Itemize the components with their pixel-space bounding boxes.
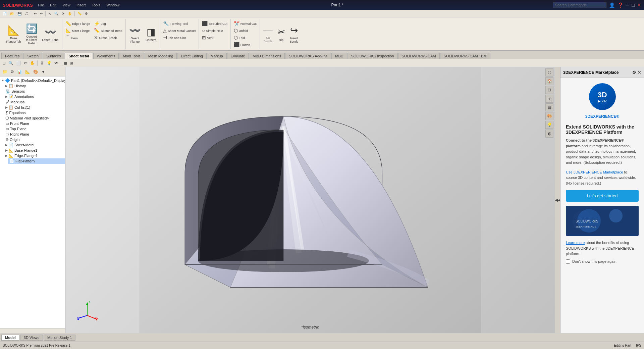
tree-item-annotations[interactable]: ▶ 📝 Annotations (4, 94, 65, 99)
prev-view-btn[interactable]: ◁ (545, 95, 553, 103)
bottom-tab-motion-study[interactable]: Motion Study 1 (44, 335, 75, 341)
realview-btn[interactable]: 💡 (545, 121, 553, 129)
marketplace-link[interactable]: Use 3DEXPERIENCE Marketplace (566, 170, 623, 174)
sketched-bend-button[interactable]: ✏️ Sketched Bend (92, 27, 124, 34)
redo-btn[interactable]: ↪ (39, 11, 44, 16)
section-view-btn[interactable]: ▦ (545, 103, 553, 111)
tree-item-sensors[interactable]: 📡 Sensors (4, 89, 65, 94)
tab-sketch[interactable]: Sketch (23, 53, 42, 59)
appearance-btn[interactable]: 🎨 (545, 112, 553, 120)
tab-inspection[interactable]: SOLIDWORKS Inspection (347, 53, 398, 59)
tab-add-ins[interactable]: SOLIDWORKS Add-Ins (285, 53, 331, 59)
learn-more-link[interactable]: Learn more (566, 241, 585, 245)
edge-flange-button[interactable]: 📏 Edge Flange (64, 20, 92, 27)
tree-item-cut-list[interactable]: ▶ 📋 Cut list(1) (4, 105, 65, 110)
insert-bends-button[interactable]: ↪ InsertBends (288, 19, 301, 48)
panel-resize-handle[interactable] (0, 328, 65, 333)
tree-item-sheet-metal[interactable]: ▶ 📄 Sheet-Metal (4, 142, 65, 148)
feature-manager-icon[interactable]: 📁 (1, 69, 8, 75)
rotate-btn[interactable]: ⟳ (60, 11, 66, 16)
tab-sheet-metal[interactable]: Sheet Metal (65, 53, 93, 59)
dim-expert-icon[interactable]: 📐 (24, 69, 31, 75)
tab-mbd-dimensions[interactable]: MBD Dimensions (249, 53, 285, 59)
pan-view-btn[interactable]: ✋ (29, 60, 36, 66)
shadows-btn[interactable]: ◐ (545, 130, 553, 138)
jog-button[interactable]: ⚡ Jog (92, 20, 124, 27)
flatten-button[interactable]: ⬛ Flatten (232, 41, 258, 48)
display-style-btn[interactable]: 💡 (46, 60, 53, 66)
bottom-tab-3d-views[interactable]: 3D Views (20, 335, 43, 341)
tab-and-slot-button[interactable]: ⊣ Tab and Slot (161, 34, 197, 41)
lofted-bend-button[interactable]: 〰️ Lofted-Bend (40, 19, 61, 48)
tab-mold-tools[interactable]: Mold Tools (119, 53, 144, 59)
zoom-btn[interactable]: 🔍 (53, 11, 60, 16)
no-bends-button[interactable]: — NoBends (261, 19, 275, 48)
3d-viewport[interactable]: Y X Z *Isometric ⬡ 🏠 ⊡ ◁ ▦ 🎨 💡 ◐ (65, 67, 555, 333)
tree-item-origin[interactable]: ⊕ Origin (4, 137, 65, 142)
tree-item-top-plane[interactable]: ▭ Top Plane (4, 126, 65, 132)
zoom-area-btn[interactable]: ⬜ (15, 60, 22, 66)
user-icon[interactable]: 👤 (609, 2, 615, 8)
measure-btn[interactable]: 📏 (76, 11, 83, 16)
miter-flange-button[interactable]: 📐 Miter Flange (64, 27, 92, 34)
tree-item-front-plane[interactable]: ▭ Front Plane (4, 121, 65, 126)
tree-item-edge-flange1[interactable]: ▶ 📐 Edge-Flange1 (4, 153, 65, 158)
menu-view[interactable]: View (60, 2, 73, 8)
extruded-cut-button[interactable]: ⬛ Extruded Cut (200, 20, 229, 27)
hem-button[interactable]: ⌒ Hem (64, 34, 92, 42)
get-started-button[interactable]: Let's get started (566, 190, 639, 202)
tab-surfaces[interactable]: Surfaces (43, 53, 64, 59)
part-root-item[interactable]: ▼ 🔷 Part1 (Default<<Default>_Display Sta… (0, 78, 65, 83)
open-btn[interactable]: 📂 (9, 11, 15, 16)
tree-item-flat-pattern[interactable]: 📄 Flat-Pattern (8, 158, 65, 164)
maximize-button[interactable]: □ (632, 2, 635, 8)
base-flange-tab-button[interactable]: 📐 BaseFlange/Tab (4, 19, 23, 48)
undo-btn[interactable]: ↩ (33, 11, 38, 16)
zoom-in-btn[interactable]: 🔍 (7, 60, 14, 66)
tree-item-markups[interactable]: 🖊 Markups (4, 99, 65, 105)
tree-item-right-plane[interactable]: ▭ Right Plane (4, 132, 65, 137)
tab-markup[interactable]: Markup (207, 53, 227, 59)
select-btn[interactable]: ↖ (47, 11, 52, 16)
menu-insert[interactable]: Insert (74, 2, 89, 8)
simple-hole-button[interactable]: ○ Simple Hole (200, 27, 229, 34)
tab-direct-editing[interactable]: Direct Editing (177, 53, 206, 59)
view-palette-btn[interactable]: ⊞ (69, 60, 74, 66)
cross-break-button[interactable]: ✕ Cross-Break (92, 34, 124, 41)
tab-cam[interactable]: SOLIDWORKS CAM (398, 53, 440, 59)
normal-cut-button[interactable]: ✂️ Normal Cut (232, 20, 258, 27)
close-button[interactable]: ✕ (637, 2, 641, 8)
convert-sheet-metal-button[interactable]: 🔄 Convertto SheetMetal (24, 19, 40, 48)
zoom-to-fit-btn[interactable]: ⊡ (1, 60, 7, 66)
bottom-tab-model[interactable]: Model (1, 335, 19, 341)
tree-item-equations[interactable]: ∑ Equations (4, 110, 65, 115)
hide-show-btn[interactable]: 👁 (53, 60, 59, 66)
print-btn[interactable]: 🖨 (23, 11, 30, 16)
rotate-view-btn[interactable]: ⟳ (23, 60, 28, 66)
tab-features[interactable]: Features (1, 53, 23, 59)
view-selector-btn[interactable]: ⬡ (545, 68, 553, 77)
zoom-fit-btn[interactable]: ⊡ (545, 86, 553, 94)
panel-collapse-button[interactable]: ◀◀ (555, 67, 560, 333)
rip-button[interactable]: ✂ Rip (275, 19, 287, 48)
pan-btn[interactable]: ✋ (66, 11, 73, 16)
options-btn[interactable]: ⚙ (84, 11, 89, 16)
tree-item-base-flange1[interactable]: ▶ 📐 Base-Flange1 (4, 148, 65, 153)
menu-file[interactable]: File (36, 2, 47, 8)
swept-flange-button[interactable]: 〰️ SweptFlange (127, 19, 143, 48)
unfold-button[interactable]: ⬡ Unfold (232, 27, 258, 34)
sheet-metal-gusset-button[interactable]: △ Sheet Metal Gusset (161, 27, 197, 34)
tab-cam-tbm[interactable]: SOLIDWORKS CAM TBM (440, 53, 490, 59)
view-orientation-btn[interactable]: 🖥 (39, 60, 45, 66)
dont-show-checkbox[interactable] (566, 259, 570, 264)
tree-item-material[interactable]: ⬡ Material <not specified> (4, 115, 65, 121)
filter-icon[interactable]: ▼ (40, 69, 46, 75)
tab-weldments[interactable]: Weldments (93, 53, 119, 59)
property-manager-icon[interactable]: ⚙ (9, 69, 15, 75)
tab-mbd[interactable]: MBD (331, 53, 347, 59)
search-input[interactable] (553, 2, 606, 8)
tab-evaluate[interactable]: Evaluate (227, 53, 249, 59)
menu-edit[interactable]: Edit (47, 2, 59, 8)
save-btn[interactable]: 💾 (16, 11, 23, 16)
appearance-icon[interactable]: 🎨 (32, 69, 39, 75)
